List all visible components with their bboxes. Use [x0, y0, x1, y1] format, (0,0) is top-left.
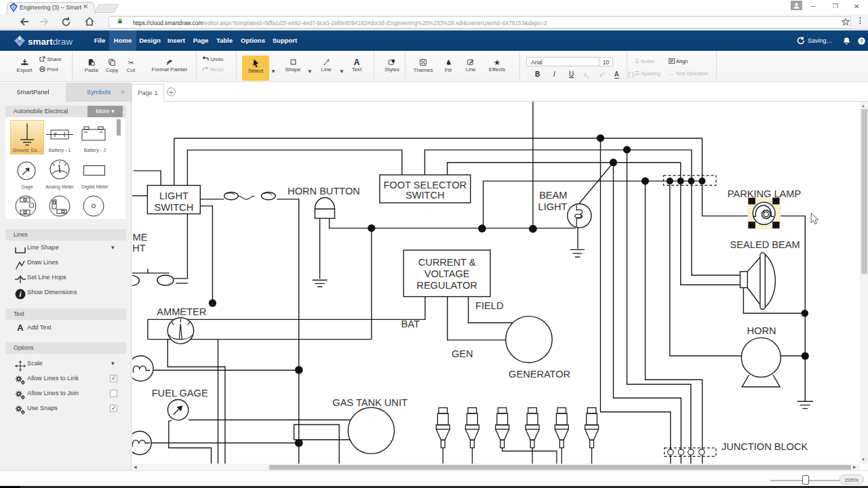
svg-text:DOME: DOME	[132, 232, 148, 243]
svg-text:PARKING LAMP: PARKING LAMP	[728, 188, 801, 199]
svg-text:HORN BUTTON: HORN BUTTON	[288, 186, 360, 197]
svg-text:LIGHT: LIGHT	[159, 190, 189, 201]
svg-text:JUNCTION BLOCK: JUNCTION BLOCK	[722, 441, 808, 452]
svg-text:GEN: GEN	[452, 348, 473, 359]
svg-text:BEAM: BEAM	[539, 190, 567, 201]
svg-text:?: ?	[860, 38, 863, 44]
svg-text:SWITCH: SWITCH	[155, 202, 194, 213]
svg-text:AMMETER: AMMETER	[157, 306, 206, 317]
svg-text:LIGHT: LIGHT	[132, 243, 146, 253]
svg-text:CURRENT &: CURRENT &	[418, 257, 476, 268]
svg-text:VOLTAGE: VOLTAGE	[425, 268, 470, 279]
svg-text:FOOT SELECTOR: FOOT SELECTOR	[383, 180, 467, 190]
svg-text:LIGHT: LIGHT	[538, 201, 568, 212]
svg-text:GAS TANK UNIT: GAS TANK UNIT	[332, 397, 408, 408]
svg-text:REGULATOR: REGULATOR	[416, 280, 477, 291]
svg-text:SEALED BEAM: SEALED BEAM	[730, 239, 800, 250]
svg-text:BAT: BAT	[401, 319, 420, 329]
svg-text:GENERATOR: GENERATOR	[509, 369, 570, 380]
svg-text:FUEL GAGE: FUEL GAGE	[152, 388, 208, 399]
svg-text:HORN: HORN	[747, 325, 776, 336]
svg-text:FIELD: FIELD	[475, 300, 503, 311]
svg-text:SWITCH: SWITCH	[406, 190, 445, 201]
